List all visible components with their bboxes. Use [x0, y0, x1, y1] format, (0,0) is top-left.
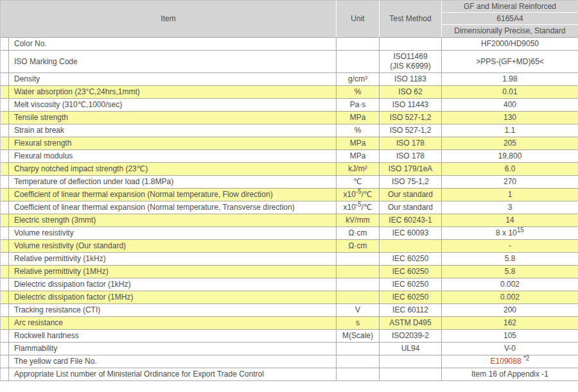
value-cell: >PPS-(GF+MD)65<	[442, 51, 578, 73]
item-cell: Relative permittivity (1MHz)	[9, 266, 337, 278]
unit-cell: x10-5/℃	[337, 189, 380, 201]
row-spacer	[1, 266, 9, 278]
table-row: Appropriate List number of Ministerial O…	[1, 368, 578, 381]
test-method-cell: IEC 60250	[380, 291, 442, 304]
table-row: Flexural strengthMPaISO 178205	[1, 137, 578, 150]
unit-cell: M(Scale)	[337, 330, 380, 343]
item-cell: Strain at break	[9, 124, 337, 137]
unit-cell: %	[337, 124, 380, 137]
item-cell: Density	[9, 73, 337, 86]
unit-cell	[337, 355, 380, 368]
table-row: Rockwell hardnessM(Scale)ISO2039-2105	[1, 330, 578, 343]
test-method-cell: Our standard	[380, 201, 442, 214]
unit-cell: x10-5/℃	[337, 201, 380, 214]
item-cell: Dielectric dissipation factor (1MHz)	[9, 291, 337, 304]
value-cell: 1.1	[442, 124, 578, 137]
row-spacer	[1, 291, 9, 304]
test-method-cell: IEC 60112	[380, 304, 442, 317]
value-cell: 200	[442, 304, 578, 317]
test-method-cell: ASTM D495	[380, 317, 442, 330]
test-method-cell: ISO 178	[380, 150, 442, 163]
value-cell: 105	[442, 330, 578, 343]
unit-cell: kJ/m²	[337, 163, 380, 176]
table-row: Dielectric dissipation factor (1MHz)IEC …	[1, 291, 578, 304]
row-spacer	[1, 330, 9, 343]
item-cell: Volume resistivity	[9, 227, 337, 240]
row-spacer	[1, 176, 9, 189]
test-method-cell: ISO 178	[380, 137, 442, 150]
value-cell: 1.98	[442, 73, 578, 86]
table-row: Melt viscosity (310℃,1000/sec)Pa·sISO 11…	[1, 99, 578, 112]
item-cell: Flexural strength	[9, 137, 337, 150]
test-method-cell: IEC 60250	[380, 253, 442, 266]
product-description: Dimensionally Precise, Standard	[442, 25, 578, 37]
item-cell: Rockwell hardness	[9, 330, 337, 343]
test-method-cell: IEC 60093	[380, 227, 442, 240]
value-cell: 270	[442, 176, 578, 189]
item-cell: Volume resistivity (Our standard)	[9, 240, 337, 253]
value-cell: E109088 *2	[442, 355, 578, 368]
value-cell: V-0	[442, 343, 578, 355]
item-cell: Charpy notched impact strength (23℃)	[9, 163, 337, 176]
unit-cell: MPa	[337, 112, 380, 124]
header-row: Item Unit Test Method GF and Mineral Rei…	[1, 1, 578, 38]
value-cell: 19,800	[442, 150, 578, 163]
table-row: Volume resistivityΩ·cmIEC 600938 x 1015	[1, 227, 578, 240]
row-spacer	[1, 137, 9, 150]
test-method-cell: ISO 75-1,2	[380, 176, 442, 189]
value-cell: Item 16 of Appendix -1	[442, 368, 578, 381]
value-cell: 14	[442, 214, 578, 227]
row-spacer	[1, 355, 9, 368]
value-cell: 130	[442, 112, 578, 124]
table-row: Strain at break%ISO 527-1,21.1	[1, 124, 578, 137]
product-family: GF and Mineral Reinforced	[442, 1, 578, 13]
unit-cell	[337, 51, 380, 73]
item-cell: Melt viscosity (310℃,1000/sec)	[9, 99, 337, 112]
item-cell: Flexural modulus	[9, 150, 337, 163]
row-spacer	[1, 253, 9, 266]
row-spacer	[1, 227, 9, 240]
header-unit: Unit	[337, 1, 380, 38]
table-row: Tensile strengthMPaISO 527-1,2130	[1, 112, 578, 124]
value-cell: 162	[442, 317, 578, 330]
row-spacer	[1, 317, 9, 330]
unit-cell: Ω·cm	[337, 240, 380, 253]
value-cell: 6.0	[442, 163, 578, 176]
property-table: Item Unit Test Method GF and Mineral Rei…	[0, 0, 578, 381]
row-spacer	[1, 73, 9, 86]
value-cell: 1	[442, 189, 578, 201]
row-spacer	[1, 240, 9, 253]
item-cell: ISO Marking Code	[9, 51, 337, 73]
unit-cell	[337, 291, 380, 304]
item-cell: Flammability	[9, 343, 337, 355]
table-row: Color No.HF2000/HD9050	[1, 38, 578, 51]
value-cell: 8 x 1015	[442, 227, 578, 240]
unit-cell: s	[337, 317, 380, 330]
product-grade: 6165A4	[442, 13, 578, 25]
row-spacer	[1, 201, 9, 214]
unit-cell	[337, 368, 380, 381]
unit-cell: %	[337, 86, 380, 99]
table-row: Coefficient of linear thermal expansion …	[1, 189, 578, 201]
unit-cell	[337, 266, 380, 278]
test-method-cell: ISO 1183	[380, 73, 442, 86]
row-spacer	[1, 343, 9, 355]
table-row: Dielectric dissipation factor (1kHz)IEC …	[1, 278, 578, 291]
test-method-cell: ISO11469 (JIS K6999)	[380, 51, 442, 73]
item-cell: Coefficient of linear thermal expansion …	[9, 189, 337, 201]
unit-cell	[337, 278, 380, 291]
test-method-cell: ISO2039-2	[380, 330, 442, 343]
value-accent-text: E109088	[491, 357, 521, 366]
table-row: Electric strength (3mmt)kV/mmIEC 60243-1…	[1, 214, 578, 227]
value-cell: 0.01	[442, 86, 578, 99]
table-row: Water absorption (23°C,24hrs,1mmt)%ISO 6…	[1, 86, 578, 99]
test-method-cell: ISO 11443	[380, 99, 442, 112]
test-method-cell	[380, 240, 442, 253]
table-row: ISO Marking CodeISO11469 (JIS K6999)>PPS…	[1, 51, 578, 73]
item-cell: Tracking resistance (CTI)	[9, 304, 337, 317]
table-row: Temperature of deflection under load (1.…	[1, 176, 578, 189]
item-cell: Relative permittivity (1kHz)	[9, 253, 337, 266]
test-method-cell: ISO 527-1,2	[380, 124, 442, 137]
unit-cell: g/cm³	[337, 73, 380, 86]
unit-cell	[337, 343, 380, 355]
